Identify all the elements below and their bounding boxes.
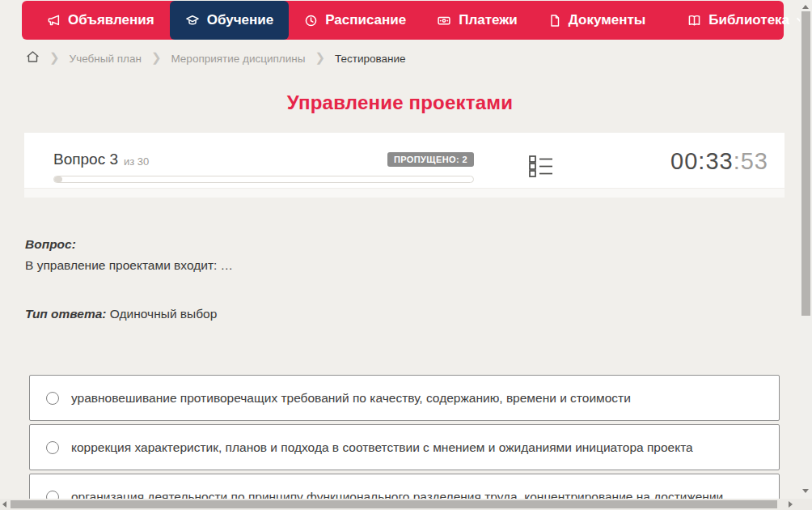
- clock-icon: [304, 14, 318, 28]
- vertical-scrollbar[interactable]: [800, 0, 812, 510]
- question-progress-card: Вопрос 3 из 30 ПРОПУЩЕНО: 2 00:33:53: [24, 133, 785, 198]
- scrollbar-corner: [800, 499, 812, 510]
- question-label: Вопрос:: [25, 237, 753, 252]
- question-list-icon: [529, 168, 553, 181]
- question-text: В управление проектами входит: …: [25, 258, 753, 273]
- nav-item-documents[interactable]: Документы: [533, 1, 662, 40]
- answer-options: уравновешивание противоречащих требовани…: [29, 375, 780, 510]
- horizontal-scrollbar-thumb[interactable]: [11, 500, 777, 508]
- megaphone-icon: [47, 14, 61, 28]
- answer-type-label: Тип ответа:: [25, 307, 107, 321]
- graduation-cap-icon: [185, 14, 200, 28]
- radio-icon[interactable]: [46, 441, 59, 454]
- nav-item-label: Расписание: [325, 12, 406, 28]
- nav-item-label: Библиотека: [708, 12, 789, 28]
- breadcrumb-testing-current: Тестирование: [335, 53, 406, 65]
- nav-item-library[interactable]: Библиотека: [672, 1, 812, 40]
- horizontal-scrollbar[interactable]: [0, 499, 800, 510]
- nav-item-label: Объявления: [68, 12, 154, 28]
- skipped-badge: ПРОПУЩЕНО: 2: [387, 152, 474, 167]
- nav-item-label: Документы: [569, 12, 646, 28]
- nav-item-schedule[interactable]: Расписание: [289, 1, 421, 40]
- scroll-left-arrow-icon[interactable]: [2, 501, 6, 508]
- question-progress-block: Вопрос 3 из 30 ПРОПУЩЕНО: 2: [53, 151, 474, 183]
- timer: 00:33:53: [670, 148, 768, 175]
- nav-item-payments[interactable]: Платежи: [421, 1, 533, 40]
- breadcrumb-separator: ❯: [315, 50, 325, 65]
- document-icon: [548, 14, 561, 28]
- scroll-down-arrow-icon[interactable]: [802, 489, 809, 493]
- answer-option-2[interactable]: коррекция характеристик, планов и подход…: [29, 424, 780, 470]
- vertical-scrollbar-thumb[interactable]: [801, 11, 810, 316]
- progress-fill: [54, 176, 62, 182]
- nav-item-announcements[interactable]: Объявления: [32, 1, 170, 40]
- breadcrumb-curriculum[interactable]: Учебный план: [70, 53, 142, 65]
- breadcrumb-separator: ❯: [151, 50, 162, 65]
- breadcrumb-discipline-event[interactable]: Мероприятие дисциплины: [171, 53, 305, 65]
- scroll-right-arrow-icon[interactable]: [789, 501, 793, 508]
- page-title: Управление проектами: [0, 91, 800, 114]
- answer-option-text: уравновешивание противоречащих требовани…: [71, 391, 631, 406]
- question-number-label: Вопрос 3: [53, 151, 118, 168]
- answer-type-row: Тип ответа: Одиночный выбор: [25, 307, 753, 321]
- main-nav: Объявления Обучение Расписание Плат: [22, 1, 784, 40]
- answer-option-text: коррекция характеристик, планов и подход…: [71, 440, 693, 455]
- scroll-up-arrow-icon[interactable]: [802, 5, 809, 9]
- question-list-button[interactable]: [529, 154, 553, 182]
- nav-item-learning[interactable]: Обучение: [170, 1, 289, 40]
- radio-icon[interactable]: [46, 392, 59, 405]
- payment-icon: [437, 14, 451, 28]
- progress-bar: [53, 176, 474, 183]
- timer-seconds: :53: [734, 148, 768, 174]
- answer-option-1[interactable]: уравновешивание противоречащих требовани…: [29, 375, 780, 421]
- nav-item-label: Обучение: [207, 12, 273, 28]
- breadcrumb: ❯ Учебный план ❯ Мероприятие дисциплины …: [26, 50, 405, 66]
- home-icon[interactable]: [26, 50, 40, 66]
- breadcrumb-separator: ❯: [49, 50, 60, 65]
- timer-hours-minutes: 00:33: [670, 148, 734, 174]
- nav-item-label: Платежи: [459, 12, 518, 28]
- book-icon: [687, 14, 701, 28]
- answer-type-value: Одиночный выбор: [110, 307, 218, 321]
- question-total-label: из 30: [124, 155, 149, 168]
